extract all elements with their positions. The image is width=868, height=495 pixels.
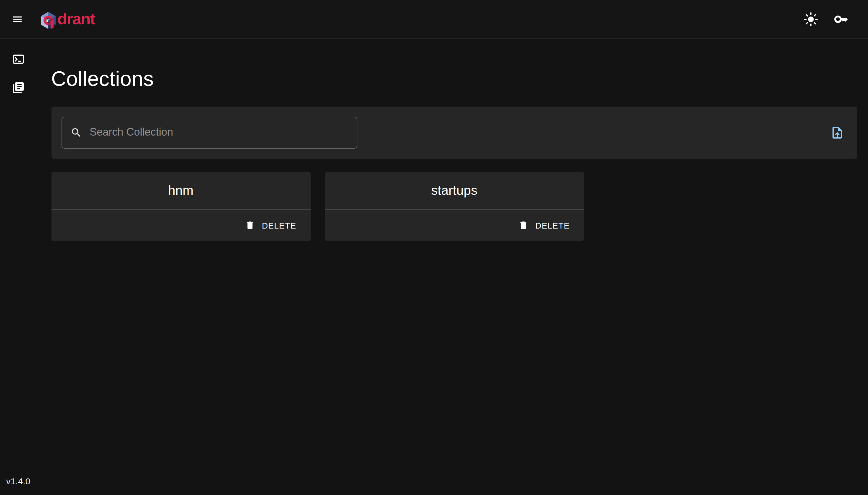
library-books-icon xyxy=(12,81,25,94)
collection-card-startups: startups DELETE xyxy=(324,172,584,241)
hamburger-menu-icon xyxy=(12,13,23,24)
light-mode-sun-icon xyxy=(803,12,818,27)
app-window: drant xyxy=(0,0,868,495)
trash-icon xyxy=(518,221,528,231)
app-bar: drant xyxy=(0,0,868,38)
collection-name[interactable]: hnm xyxy=(51,172,310,210)
key-icon xyxy=(833,12,848,27)
qdrant-logo-mark-icon xyxy=(41,12,56,31)
collection-card-actions: DELETE xyxy=(51,210,310,241)
search-collection-field[interactable] xyxy=(61,117,357,149)
upload-snapshot-button[interactable] xyxy=(824,120,850,146)
delete-collection-button[interactable]: DELETE xyxy=(240,217,301,234)
sidebar-item-console[interactable] xyxy=(4,45,33,73)
upload-file-icon xyxy=(830,125,844,140)
sidebar-item-collections[interactable] xyxy=(4,73,33,102)
collection-name[interactable]: startups xyxy=(324,172,584,210)
menu-button[interactable] xyxy=(6,8,29,30)
app-version: v1.4.0 xyxy=(0,476,36,486)
collection-card-hnm: hnm DELETE xyxy=(51,172,310,241)
delete-label: DELETE xyxy=(535,221,570,230)
appbar-actions xyxy=(799,7,853,31)
page-title: Collections xyxy=(51,67,868,90)
collections-grid: hnm DELETE startups xyxy=(51,172,857,241)
trash-icon xyxy=(245,221,255,231)
sidebar: v1.4.0 xyxy=(0,39,37,495)
api-key-button[interactable] xyxy=(829,7,853,31)
delete-collection-button[interactable]: DELETE xyxy=(514,217,574,234)
search-input[interactable] xyxy=(90,117,356,148)
collections-toolbar xyxy=(51,106,857,159)
delete-label: DELETE xyxy=(262,221,296,230)
qdrant-wordmark: drant xyxy=(57,10,95,28)
qdrant-logo[interactable]: drant xyxy=(41,10,95,29)
terminal-console-icon xyxy=(12,52,25,65)
main-content: Collections hnm xyxy=(37,39,868,495)
search-icon xyxy=(70,127,82,139)
theme-toggle-button[interactable] xyxy=(799,7,822,31)
collection-card-actions: DELETE xyxy=(324,210,584,241)
